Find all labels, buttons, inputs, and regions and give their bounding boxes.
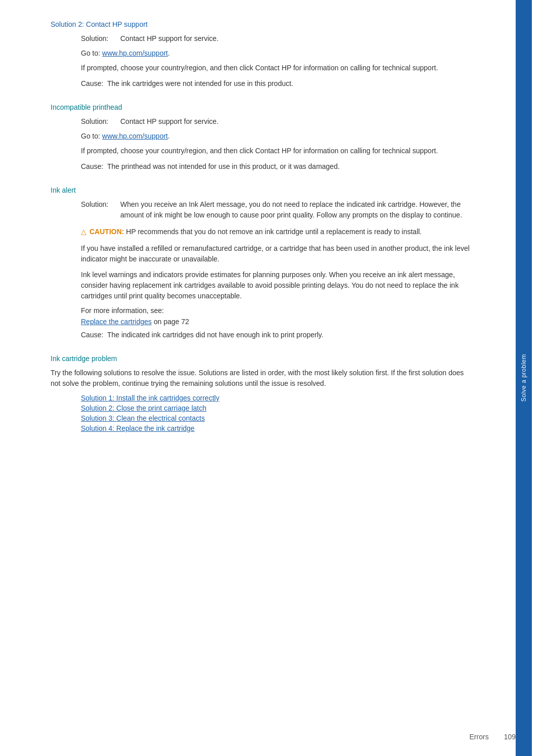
incompatible-goto-prefix: Go to:: [81, 132, 102, 140]
incompatible-solution-row: Solution: Contact HP support for service…: [81, 116, 475, 127]
section-ink-cartridge-problem: Ink cartridge problem Try the following …: [51, 354, 475, 432]
ink-alert-for-more: For more information, see:: [81, 306, 475, 315]
ink-alert-solution-text: When you receive an Ink Alert message, y…: [120, 199, 475, 220]
caution-label: CAUTION:: [89, 228, 124, 236]
caution-body: HP recommends that you do not remove an …: [126, 228, 422, 236]
incompatible-solution-label: Solution:: [81, 116, 116, 127]
solution-link-item[interactable]: Solution 2: Close the print carriage lat…: [81, 404, 475, 412]
ink-alert-solution-row: Solution: When you receive an Ink Alert …: [81, 199, 475, 220]
incompatible-cause-label: Cause:: [81, 162, 103, 170]
replace-cartridges-link[interactable]: Replace the cartridges: [81, 318, 152, 326]
incompatible-cause-line: Cause: The printhead was not intended fo…: [81, 161, 475, 172]
main-content: Solution 2: Contact HP support Solution:…: [0, 0, 516, 756]
heading-ink-cartridge-problem: Ink cartridge problem: [51, 354, 475, 363]
ink-alert-ref-line: Replace the cartridges on page 72: [81, 318, 475, 326]
page-footer: Errors 109: [470, 733, 516, 741]
incompatible-goto-line: Go to: www.hp.com/support.: [81, 131, 475, 142]
solution2-if-prompted: If prompted, choose your country/region,…: [81, 63, 475, 73]
solution2-goto-suffix: .: [168, 49, 170, 57]
solution-links-list: Solution 1: Install the ink cartridges c…: [81, 394, 475, 432]
section-ink-alert: Ink alert Solution: When you receive an …: [51, 186, 475, 340]
solution-link-item[interactable]: Solution 4: Replace the ink cartridge: [81, 424, 475, 432]
sidebar-tab: Solve a problem: [516, 0, 532, 756]
caution-triangle-icon: △: [81, 227, 86, 237]
page-container: Solution 2: Contact HP support Solution:…: [0, 0, 546, 756]
solution-link[interactable]: Solution 4: Replace the ink cartridge: [81, 424, 195, 432]
ink-alert-solution-label: Solution:: [81, 199, 116, 220]
section-incompatible-printhead: Incompatible printhead Solution: Contact…: [51, 103, 475, 172]
incompatible-solution-line: Solution: Contact HP support for service…: [81, 116, 475, 127]
ink-alert-para1: If you have installed a refilled or rema…: [81, 243, 475, 264]
section-solution2-contact: Solution 2: Contact HP support Solution:…: [51, 20, 475, 89]
ink-alert-para2: Ink level warnings and indicators provid…: [81, 270, 475, 301]
ref-link-text: on page 72: [152, 318, 189, 326]
solution2-cause-line: Cause: The ink cartridges were not inten…: [81, 78, 475, 89]
solution-link-item[interactable]: Solution 1: Install the ink cartridges c…: [81, 394, 475, 402]
heading-ink-alert: Ink alert: [51, 186, 475, 194]
solution2-solution-text: Contact HP support for service.: [120, 33, 218, 44]
incompatible-cause-text: The printhead was not intended for use i…: [107, 162, 340, 170]
incompatible-goto-link[interactable]: www.hp.com/support: [102, 132, 168, 140]
ink-cartridge-intro: Try the following solutions to resolve t…: [51, 368, 475, 389]
incompatible-solution-text: Contact HP support for service.: [120, 116, 218, 127]
ink-alert-cause-text: The indicated ink cartridges did not hav…: [107, 331, 324, 339]
footer-page-number: 109: [504, 733, 516, 741]
solution2-goto-line: Go to: www.hp.com/support.: [81, 48, 475, 59]
solution-link[interactable]: Solution 2: Close the print carriage lat…: [81, 404, 206, 412]
solution-link[interactable]: Solution 1: Install the ink cartridges c…: [81, 394, 219, 402]
incompatible-if-prompted-text: If prompted, choose your country/region,…: [81, 146, 475, 156]
heading-incompatible-printhead: Incompatible printhead: [51, 103, 475, 111]
solution2-if-prompted-text: If prompted, choose your country/region,…: [81, 63, 475, 73]
solution2-cause-text: The ink cartridges were not intended for…: [107, 79, 293, 87]
heading-solution2-contact: Solution 2: Contact HP support: [51, 20, 475, 28]
footer-section-label: Errors: [470, 733, 489, 741]
solution2-solution-label: Solution:: [81, 33, 116, 44]
ink-alert-caution-text: CAUTION: HP recommends that you do not r…: [89, 227, 422, 237]
solution2-goto-prefix: Go to:: [81, 49, 102, 57]
ink-alert-cause-line: Cause: The indicated ink cartridges did …: [81, 330, 475, 340]
ink-alert-caution-block: △ CAUTION: HP recommends that you do not…: [81, 227, 445, 237]
solution2-goto-link[interactable]: www.hp.com/support: [102, 49, 168, 57]
solution-link-item[interactable]: Solution 3: Clean the electrical contact…: [81, 414, 475, 422]
solution2-cause-label: Cause:: [81, 79, 103, 87]
incompatible-if-prompted: If prompted, choose your country/region,…: [81, 146, 475, 156]
solution-link[interactable]: Solution 3: Clean the electrical contact…: [81, 414, 205, 422]
solution2-solution-line: Solution: Contact HP support for service…: [81, 33, 475, 44]
sidebar-tab-label: Solve a problem: [520, 354, 527, 402]
incompatible-goto-suffix: .: [168, 132, 170, 140]
solution2-solution-row: Solution: Contact HP support for service…: [81, 33, 475, 44]
ink-alert-cause-label: Cause:: [81, 331, 103, 339]
ink-alert-solution-block: Solution: When you receive an Ink Alert …: [81, 199, 475, 220]
